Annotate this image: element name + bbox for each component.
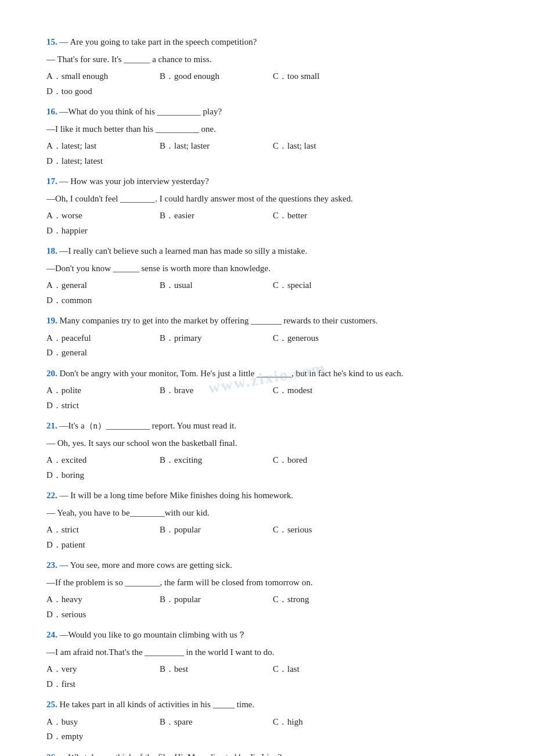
question-block-16: 16. —What do you think of his __________… bbox=[46, 105, 488, 168]
option-25-C: C．high bbox=[273, 715, 380, 730]
question-block-18: 18. —I really can't believe such a learn… bbox=[46, 244, 488, 308]
option-23-C: C．strong bbox=[273, 592, 380, 607]
option-18-D: D．common bbox=[46, 293, 154, 308]
question-block-21: 21. —It's a（n）__________ report. You mus… bbox=[46, 419, 488, 483]
question-line-20-0: 20. Don't be angry with your monitor, To… bbox=[46, 366, 488, 381]
option-19-B: B．primary bbox=[160, 331, 267, 346]
option-23-B: B．popular bbox=[160, 592, 267, 607]
question-block-24: 24. —Would you like to go mountain climb… bbox=[46, 628, 488, 692]
options-line-21: A．excitedB．excitingC．boredD．boring bbox=[46, 453, 488, 483]
option-21-A: A．excited bbox=[46, 453, 154, 468]
question-line-22-1: — Yeah, you have to be________with our k… bbox=[46, 506, 488, 521]
question-block-20: 20. Don't be angry with your monitor, To… bbox=[46, 366, 488, 413]
option-15-B: B．good enough bbox=[160, 69, 267, 84]
option-22-D: D．patient bbox=[46, 538, 154, 553]
question-line-23-1: —If the problem is so ________, the farm… bbox=[46, 575, 488, 591]
question-number-20: 20. bbox=[46, 369, 60, 378]
option-19-C: C．generous bbox=[273, 331, 380, 346]
options-line-22: A．strictB．popularC．seriousD．patient bbox=[46, 523, 488, 552]
options-line-24: A．veryB．bestC．lastD．first bbox=[46, 662, 488, 692]
question-number-26: 26. bbox=[46, 753, 60, 757]
question-block-15: 15. — Are you going to take part in the … bbox=[46, 35, 488, 99]
option-19-D: D．general bbox=[46, 345, 154, 361]
option-25-B: B．spare bbox=[160, 715, 267, 730]
question-number-17: 17. bbox=[46, 177, 60, 186]
question-number-22: 22. bbox=[46, 491, 60, 500]
option-18-C: C．special bbox=[273, 278, 380, 293]
option-21-B: B．exciting bbox=[160, 453, 267, 468]
option-17-B: B．easier bbox=[160, 208, 267, 224]
options-line-20: A．politeB．braveC．modestD．strict bbox=[46, 383, 488, 413]
question-line-18-0: 18. —I really can't believe such a learn… bbox=[46, 244, 488, 259]
option-18-B: B．usual bbox=[160, 278, 267, 293]
option-17-A: A．worse bbox=[46, 208, 154, 224]
options-line-15: A．small enoughB．good enoughC．too smallD．… bbox=[46, 69, 488, 99]
option-20-C: C．modest bbox=[273, 383, 380, 398]
option-22-A: A．strict bbox=[46, 523, 154, 538]
question-number-21: 21. bbox=[46, 421, 60, 430]
option-23-A: A．heavy bbox=[46, 592, 154, 607]
question-line-24-0: 24. —Would you like to go mountain climb… bbox=[46, 628, 488, 643]
option-24-C: C．last bbox=[273, 662, 380, 677]
question-line-15-0: 15. — Are you going to take part in the … bbox=[46, 35, 488, 50]
question-number-19: 19. bbox=[46, 316, 60, 325]
question-number-15: 15. bbox=[46, 37, 60, 46]
option-23-D: D．serious bbox=[46, 607, 154, 622]
option-19-A: A．peaceful bbox=[46, 331, 154, 346]
option-20-A: A．polite bbox=[46, 383, 154, 398]
option-20-B: B．brave bbox=[160, 383, 267, 398]
question-number-18: 18. bbox=[46, 246, 60, 255]
option-16-C: C．last; last bbox=[273, 139, 380, 154]
option-17-C: C．better bbox=[273, 208, 380, 224]
question-block-26: 26. —What do you think of the film Hi, M… bbox=[46, 750, 488, 757]
question-line-17-1: —Oh, I couldn't feel ________. I could h… bbox=[46, 192, 488, 207]
option-24-A: A．very bbox=[46, 662, 154, 677]
question-number-23: 23. bbox=[46, 560, 60, 570]
option-15-D: D．too good bbox=[46, 84, 154, 99]
option-24-B: B．best bbox=[160, 662, 267, 677]
options-line-16: A．latest; lastB．last; lasterC．last; last… bbox=[46, 139, 488, 168]
question-line-19-0: 19. Many companies try to get into the m… bbox=[46, 314, 488, 329]
option-16-D: D．latest; latest bbox=[46, 154, 154, 169]
question-line-21-0: 21. —It's a（n）__________ report. You mus… bbox=[46, 419, 488, 434]
question-number-25: 25. bbox=[46, 700, 60, 709]
question-line-25-0: 25. He takes part in all kinds of activi… bbox=[46, 697, 488, 712]
question-line-17-0: 17. — How was your job interview yesterd… bbox=[46, 174, 488, 189]
options-line-25: A．busyB．spareC．highD．empty bbox=[46, 715, 488, 744]
option-22-C: C．serious bbox=[273, 523, 380, 538]
question-line-22-0: 22. — It will be a long time before Mike… bbox=[46, 488, 488, 503]
question-line-15-1: — That's for sure. It's ______ a chance … bbox=[46, 52, 488, 67]
option-22-B: B．popular bbox=[160, 523, 267, 538]
question-number-24: 24. bbox=[46, 630, 60, 639]
option-21-C: C．bored bbox=[273, 453, 380, 468]
option-20-D: D．strict bbox=[46, 398, 154, 413]
question-line-23-0: 23. — You see, more and more cows are ge… bbox=[46, 558, 488, 573]
question-number-16: 16. bbox=[46, 107, 60, 116]
question-line-24-1: —I am afraid not.That's the _________ in… bbox=[46, 645, 488, 660]
options-line-17: A．worseB．easierC．betterD．happier bbox=[46, 208, 488, 238]
options-line-19: A．peacefulB．primaryC．generousD．general bbox=[46, 331, 488, 361]
question-line-16-1: —I like it much better than his ________… bbox=[46, 122, 488, 137]
options-line-23: A．heavyB．popularC．strongD．serious bbox=[46, 592, 488, 622]
question-block-23: 23. — You see, more and more cows are ge… bbox=[46, 558, 488, 622]
question-block-19: 19. Many companies try to get into the m… bbox=[46, 314, 488, 361]
option-15-C: C．too small bbox=[273, 69, 380, 84]
options-line-18: A．generalB．usualC．specialD．common bbox=[46, 278, 488, 308]
option-21-D: D．boring bbox=[46, 468, 154, 483]
question-line-18-1: —Don't you know ______ sense is worth mo… bbox=[46, 261, 488, 276]
question-line-21-1: — Oh, yes. It says our school won the ba… bbox=[46, 436, 488, 451]
questions-container: 15. — Are you going to take part in the … bbox=[46, 35, 488, 756]
question-line-16-0: 16. —What do you think of his __________… bbox=[46, 105, 488, 120]
option-18-A: A．general bbox=[46, 278, 154, 293]
option-25-A: A．busy bbox=[46, 715, 154, 730]
question-block-17: 17. — How was your job interview yesterd… bbox=[46, 174, 488, 238]
option-17-D: D．happier bbox=[46, 224, 154, 239]
option-16-A: A．latest; last bbox=[46, 139, 154, 154]
question-line-26-0: 26. —What do you think of the film Hi, M… bbox=[46, 750, 488, 757]
question-block-25: 25. He takes part in all kinds of activi… bbox=[46, 697, 488, 744]
option-25-D: D．empty bbox=[46, 729, 154, 744]
question-block-22: 22. — It will be a long time before Mike… bbox=[46, 488, 488, 552]
option-24-D: D．first bbox=[46, 677, 154, 692]
option-16-B: B．last; laster bbox=[160, 139, 267, 154]
option-15-A: A．small enough bbox=[46, 69, 154, 84]
